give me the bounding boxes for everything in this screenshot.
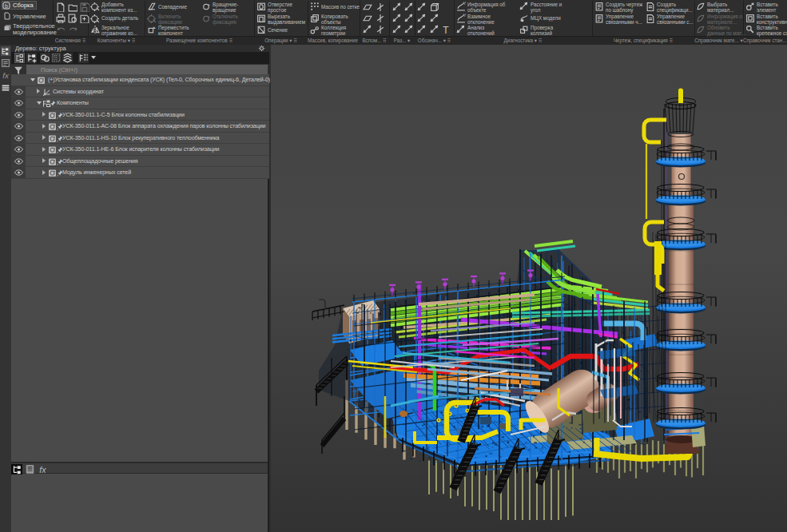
svg-text:?: ? bbox=[463, 14, 466, 18]
svg-text:fx: fx bbox=[39, 464, 46, 474]
svg-text:b: b bbox=[5, 3, 8, 9]
svg-text:fx: fx bbox=[2, 71, 10, 80]
svg-text:?: ? bbox=[463, 2, 466, 6]
svg-text:T: T bbox=[443, 25, 449, 34]
